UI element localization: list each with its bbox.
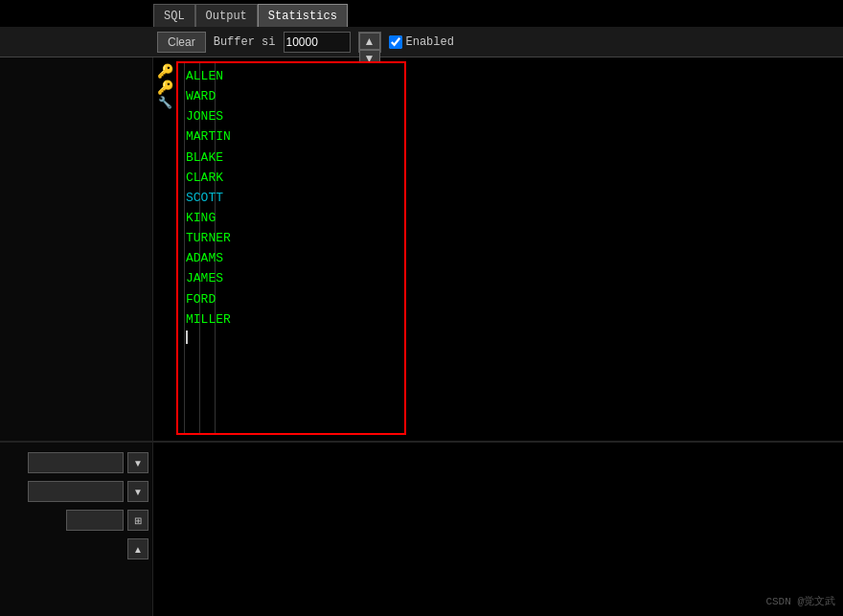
key-icon-2: 🔑	[157, 81, 173, 95]
lower-right-area	[153, 443, 843, 616]
page-wrapper: SQL Output Statistics Clear Buffer si ▲ …	[0, 0, 843, 616]
tab-statistics-label: Statistics	[268, 10, 337, 23]
lower-dropdown-1[interactable]: ▼	[127, 452, 148, 473]
name-ward: WARD	[186, 87, 231, 106]
lower-icon-btn[interactable]: ⊞	[127, 510, 148, 531]
lower-input-2[interactable]	[28, 481, 124, 502]
enabled-checkbox[interactable]	[389, 35, 402, 49]
name-james: JAMES	[186, 269, 231, 288]
tab-sql-label: SQL	[164, 10, 185, 23]
lower-left-controls: ▼ ▼ ⊞ ▲	[0, 443, 153, 616]
enabled-label: Enabled	[406, 35, 454, 49]
enabled-checkbox-wrap: Enabled	[389, 35, 454, 49]
name-martin: MARTIN	[186, 127, 231, 147]
name-clark: CLARK	[186, 169, 231, 188]
buffer-size-label: Buffer si	[214, 35, 276, 49]
tab-output[interactable]: Output	[195, 4, 258, 27]
watermark-text: CSDN @觉文武	[765, 596, 835, 607]
buffer-size-input[interactable]	[284, 32, 351, 53]
lower-small-input[interactable]	[66, 510, 124, 531]
lower-dropdown-2[interactable]: ▼	[127, 481, 148, 502]
toolbar: Clear Buffer si ▲ ▼ Enabled	[0, 27, 843, 57]
watermark: CSDN @觉文武	[765, 594, 835, 608]
content-area: 🔑 🔑 🔧 ALLEN WARD JONES MARTIN BLA	[0, 57, 843, 441]
wrench-icon: 🔧	[158, 98, 172, 109]
lower-input-1[interactable]	[28, 452, 124, 473]
spinner-up[interactable]: ▲	[359, 33, 380, 50]
name-blake: BLAKE	[186, 148, 231, 168]
key-icon-1: 🔑	[157, 65, 173, 79]
tab-bar: SQL Output Statistics	[0, 0, 843, 27]
name-adams: ADAMS	[186, 249, 231, 268]
clear-button[interactable]: Clear	[157, 32, 206, 53]
name-miller: MILLER	[186, 310, 231, 330]
tab-output-label: Output	[206, 10, 247, 23]
tab-statistics[interactable]: Statistics	[258, 4, 348, 27]
output-content-box[interactable]: ALLEN WARD JONES MARTIN BLAKE CLARK SCOT…	[176, 61, 406, 435]
name-allen: ALLEN	[186, 67, 231, 86]
buffer-size-spinner: ▲ ▼	[358, 32, 381, 53]
name-scott: SCOTT	[186, 189, 231, 208]
cursor-line	[186, 331, 231, 344]
lower-control-row-1: ▼	[28, 452, 148, 473]
tab-sql[interactable]: SQL	[153, 4, 195, 27]
lower-control-row-2: ▼	[28, 481, 148, 502]
lower-control-row-4: ▲	[127, 538, 148, 559]
name-ford: FORD	[186, 290, 231, 309]
lower-scroll-btn[interactable]: ▲	[127, 538, 148, 559]
text-cursor	[186, 331, 188, 344]
lower-section: ▼ ▼ ⊞ ▲	[0, 443, 843, 616]
name-jones: JONES	[186, 107, 231, 126]
name-king: KING	[186, 209, 231, 228]
icons-strip: 🔑 🔑 🔧	[153, 57, 176, 441]
names-list: ALLEN WARD JONES MARTIN BLAKE CLARK SCOT…	[186, 67, 231, 344]
left-panel	[0, 57, 153, 441]
lower-control-row-3: ⊞	[66, 510, 148, 531]
output-box-container: ALLEN WARD JONES MARTIN BLAKE CLARK SCOT…	[176, 57, 406, 441]
name-turner: TURNER	[186, 229, 231, 248]
